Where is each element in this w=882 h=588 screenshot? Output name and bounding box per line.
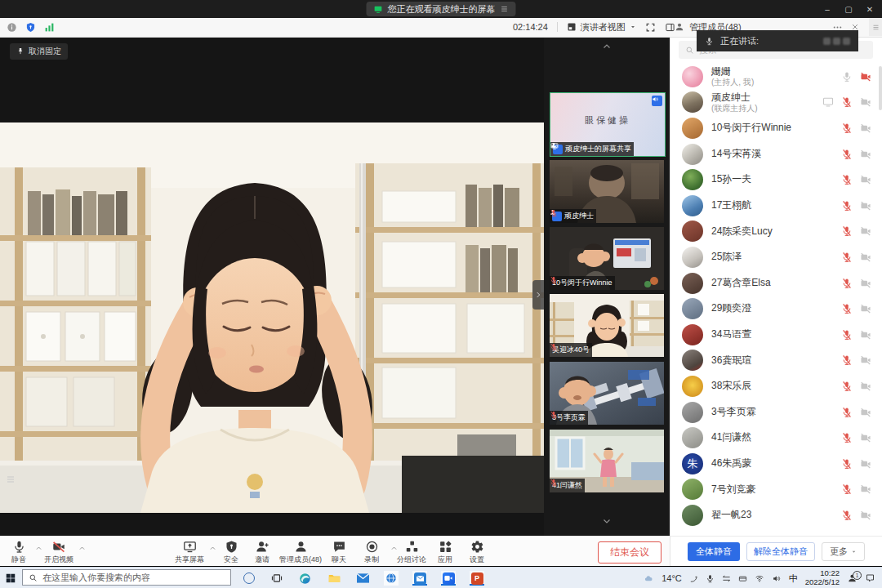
mic-muted-icon[interactable] [841, 381, 853, 392]
member-row[interactable]: 朱 46朱禹蒙 [670, 451, 882, 477]
member-row[interactable]: 15孙一夫 [670, 167, 882, 193]
panel-grip-handle[interactable] [869, 18, 882, 36]
mic-muted-icon[interactable] [841, 329, 853, 341]
mic-muted-icon[interactable] [841, 303, 853, 314]
ime-indicator[interactable]: 中 [789, 572, 798, 585]
close-button[interactable]: ✕ [859, 0, 880, 18]
meeting-security-shield-icon[interactable] [25, 22, 36, 33]
task-view-icon[interactable] [270, 571, 284, 586]
action-center-icon[interactable] [865, 573, 875, 583]
maximize-button[interactable]: ▢ [838, 0, 859, 18]
weather-temperature[interactable]: 14°C [662, 573, 682, 583]
mic-on-icon[interactable] [841, 71, 853, 82]
camera-off-icon[interactable] [860, 329, 871, 341]
layout-icon[interactable] [665, 22, 675, 33]
browser-globe-icon[interactable] [384, 571, 399, 586]
thumbnail-participant[interactable]: 10号闵于行Winnie [550, 227, 664, 290]
member-row[interactable]: 29顾奕澄 [670, 296, 882, 322]
member-row[interactable]: 7号刘竞豪 [670, 477, 882, 503]
camera-off-icon[interactable] [860, 149, 871, 160]
end-meeting-button[interactable]: 结束会议 [598, 541, 662, 564]
thumbnail-participant[interactable]: 顽皮绅士 [550, 160, 664, 223]
mic-muted-icon[interactable] [841, 96, 853, 108]
camera-off-icon[interactable] [860, 458, 871, 470]
camera-off-icon[interactable] [860, 200, 871, 212]
thumbnail-participant[interactable]: 吴迎冰40号 [550, 294, 664, 357]
mic-muted-icon[interactable] [841, 200, 853, 212]
member-row[interactable]: 3号李页霖 [670, 399, 882, 425]
strip-scroll-down[interactable] [601, 516, 612, 526]
volume-icon[interactable] [772, 574, 782, 583]
banner-menu-icon[interactable] [501, 5, 509, 13]
video-options-chevron[interactable] [78, 545, 86, 552]
taskbar-clock[interactable]: 10:22 2022/5/12 [805, 569, 840, 587]
minimize-button[interactable]: – [817, 0, 838, 18]
updown-tray-icon[interactable] [722, 574, 731, 583]
camera-off-icon[interactable] [860, 122, 871, 134]
network-signal-icon[interactable] [44, 22, 55, 33]
member-row[interactable]: 14号宋苒溪 [670, 141, 882, 167]
start-button[interactable] [5, 572, 16, 584]
mic-muted-icon[interactable] [841, 225, 853, 237]
unpin-button[interactable]: 取消固定 [10, 43, 68, 60]
mic-muted-icon[interactable] [841, 458, 853, 470]
member-row[interactable]: 34马语萱 [670, 322, 882, 348]
mic-muted-icon[interactable] [841, 407, 853, 418]
message-app-icon[interactable] [412, 571, 427, 586]
camera-off-icon[interactable] [860, 303, 871, 314]
camera-off-icon[interactable] [860, 407, 871, 418]
member-row[interactable]: 姗姗 (主持人, 我) [670, 64, 882, 90]
cortana-icon[interactable] [242, 571, 256, 586]
mic-muted-icon[interactable] [841, 354, 853, 366]
start-video-button[interactable]: 开启视频 [33, 540, 85, 565]
member-row[interactable]: 24陈采奕Lucy [670, 219, 882, 245]
file-explorer-icon[interactable] [327, 571, 341, 586]
more-button[interactable]: 更多 [822, 542, 865, 561]
panel-scrollbar[interactable] [879, 66, 882, 110]
weather-icon[interactable] [643, 574, 654, 583]
pen-tray-icon[interactable] [689, 574, 698, 583]
thumbnail-participant[interactable]: 3号李页霖 [550, 362, 664, 425]
view-mode-selector[interactable]: 演讲者视图 [567, 21, 636, 33]
thumbnail-participant[interactable]: 41闫谦然 [550, 430, 664, 492]
settings-button[interactable]: 设置 [451, 540, 503, 565]
camera-off-icon[interactable] [860, 174, 871, 185]
meeting-info-icon[interactable] [7, 22, 17, 33]
wifi-icon[interactable] [755, 574, 764, 583]
stage-menu-handle[interactable] [6, 474, 16, 484]
collapse-strip-handle[interactable] [532, 280, 544, 310]
member-row[interactable]: 10号闵于行Winnie [670, 115, 882, 141]
camera-off-icon[interactable] [860, 381, 871, 392]
watching-screen-banner[interactable]: 您正在观看顽皮绅士的屏幕 [367, 2, 516, 16]
mic-muted-icon[interactable] [841, 252, 853, 263]
member-row[interactable]: 27葛含章Elsa [670, 270, 882, 296]
device-tray-icon[interactable] [738, 574, 747, 583]
strip-scroll-up[interactable] [601, 42, 612, 51]
camera-off-icon[interactable] [860, 96, 871, 108]
unmute-all-button[interactable]: 解除全体静音 [746, 542, 815, 561]
mic-muted-icon[interactable] [841, 278, 853, 289]
camera-off-icon[interactable] [860, 71, 871, 82]
mic-tray-icon[interactable] [706, 574, 715, 583]
meet-now-icon[interactable]: 1 [847, 573, 858, 583]
camera-off-icon[interactable] [860, 252, 871, 263]
camera-off-icon[interactable] [860, 483, 871, 495]
camera-off-icon[interactable] [860, 354, 871, 366]
member-row[interactable]: 25陈泽 [670, 244, 882, 270]
mail-icon[interactable] [355, 571, 370, 586]
mute-all-button[interactable]: 全体静音 [688, 542, 740, 561]
mic-muted-icon[interactable] [841, 510, 853, 521]
mic-muted-icon[interactable] [841, 432, 853, 443]
taskbar-search-input[interactable]: 在这里输入你要搜索的内容 [22, 569, 231, 586]
fullscreen-icon[interactable] [645, 22, 656, 33]
member-row[interactable]: 38宋乐辰 [670, 373, 882, 399]
member-row[interactable]: 顽皮绅士 (联席主持人) [670, 90, 882, 116]
mic-muted-icon[interactable] [841, 483, 853, 495]
member-row[interactable]: 17王栩航 [670, 193, 882, 219]
meeting-app-icon[interactable] [441, 571, 456, 586]
mic-muted-icon[interactable] [841, 174, 853, 185]
edge-icon[interactable] [297, 571, 312, 586]
member-row[interactable]: 41闫谦然 [670, 425, 882, 451]
camera-off-icon[interactable] [860, 510, 871, 521]
camera-off-icon[interactable] [860, 432, 871, 443]
